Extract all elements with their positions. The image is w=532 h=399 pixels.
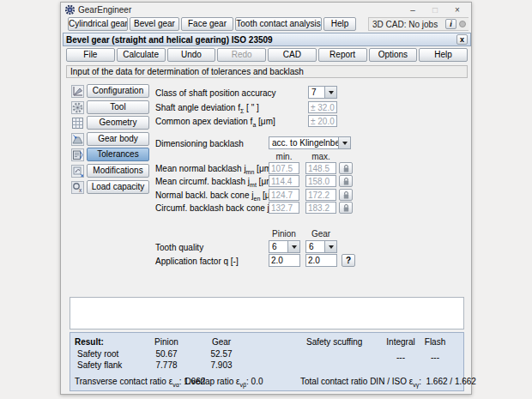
toolbar-undo-button[interactable]: Undo [167, 48, 216, 62]
window-controls: – □ × [408, 3, 468, 16]
app-window: GearEngineer – □ × Cylindrical gear Beve… [60, 2, 472, 395]
tab-bevel-gear[interactable]: Bevel gear [130, 17, 179, 31]
minimize-button[interactable]: – [408, 5, 418, 15]
help-button[interactable]: ? [342, 254, 355, 267]
load-capacity-icon: x [71, 181, 84, 194]
safety-flank-pinion-value: 7.778 [155, 360, 177, 370]
message-area [70, 297, 464, 329]
application-factor-pinion-field[interactable] [269, 254, 300, 267]
shaft-accuracy-select[interactable]: 7 [308, 86, 337, 99]
frame-title-bar: Bevel gear (straight and helical gearing… [63, 33, 471, 46]
frame-close-button[interactable]: x [456, 34, 468, 45]
close-button[interactable]: × [452, 5, 462, 15]
result-header-flash: Flash [425, 337, 445, 347]
tab-help[interactable]: Help [323, 17, 356, 31]
dropdown-arrow-icon [287, 241, 299, 252]
backlash-max-field-3 [305, 189, 336, 201]
sidebar-item-tolerances[interactable]: Tolerances [87, 148, 149, 161]
min-column-header: min. [276, 152, 293, 161]
safety-root-pinion-value: 50.67 [155, 349, 177, 359]
lock-icon [342, 203, 350, 213]
toolbar-file-button[interactable]: File [66, 48, 115, 62]
dropdown-arrow-icon [324, 87, 336, 98]
dropdown-arrow-icon [324, 241, 336, 252]
app-gear-icon [65, 5, 75, 15]
result-panel: Result: Pinion Gear Safety scuffing Inte… [70, 332, 464, 391]
dropdown-arrow-icon [338, 137, 350, 148]
dimensioning-backlash-label: Dimensioning backlash [155, 139, 244, 148]
backlash-min-field-4 [269, 202, 299, 214]
sidebar-row: Tolerances [71, 148, 149, 162]
safety-root-gear-value: 52.57 [210, 349, 232, 359]
lock-button-1[interactable] [339, 162, 353, 174]
sidebar-item-load-capacity[interactable]: Load capacity [87, 180, 149, 194]
sidebar-item-tool[interactable]: Tool [87, 100, 149, 114]
tab-tooth-contact-analysis[interactable]: Tooth contact analysis [235, 17, 322, 31]
gear-column-header: Gear [311, 229, 330, 239]
backlash-min-field-3 [269, 189, 299, 201]
sidebar-item-configuration[interactable]: Configuration [87, 84, 149, 98]
tooth-quality-gear-select[interactable]: 6 [305, 240, 337, 253]
modifications-icon [71, 165, 84, 178]
scuffing-integral-value: --- [396, 353, 405, 362]
backlash-mode-select[interactable]: acc. to Klingelnberg [269, 136, 351, 149]
tab-cylindrical-gear[interactable]: Cylindrical gear [68, 17, 128, 31]
lock-icon [342, 177, 350, 186]
lock-button-4[interactable] [339, 202, 353, 214]
toolbar-calculate-button[interactable]: Calculate [117, 48, 166, 62]
result-header-integral: Integral [386, 337, 414, 347]
backlash-row-label: Mean normal backlash jmn [μm] [155, 164, 274, 175]
total-contact-ratio: Total contact ratio DIN / ISO εvγ: 1.662… [300, 377, 476, 388]
backlash-max-field-4 [305, 202, 336, 214]
backlash-max-field-1 [305, 162, 336, 174]
toolbar-cad-button[interactable]: CAD [268, 48, 317, 62]
result-header-pinion: Pinion [154, 337, 178, 347]
tab-face-gear[interactable]: Face gear [181, 17, 233, 31]
status-led [459, 21, 466, 27]
sidebar-row: Modifications [71, 164, 149, 178]
apex-deviation-label: Common apex deviation fa [μm] [155, 117, 275, 128]
sidebar-row: Tool [71, 100, 149, 115]
toolbar: File Calculate Undo Redo CAD Report Opti… [66, 48, 468, 63]
backlash-row-label: Normal backl. back cone jen [μm] [155, 190, 280, 202]
toolbar-help-button[interactable]: Help [419, 48, 468, 62]
tool-icon [71, 101, 84, 114]
frame-title: Bevel gear (straight and helical gearing… [66, 35, 456, 45]
sidebar-item-geometry[interactable]: Geometry [87, 116, 149, 130]
shaft-angle-deviation-label: Shaft angle deviation fΣ [ " ] [155, 103, 259, 114]
max-column-header: max. [311, 152, 330, 161]
maximize-button[interactable]: □ [430, 5, 440, 15]
application-factor-label: Application factor q [-] [155, 257, 239, 266]
result-header-gear: Gear [212, 337, 231, 347]
lock-icon [342, 164, 350, 173]
safety-root-label: Safety root [77, 349, 118, 359]
application-factor-gear-field[interactable] [305, 254, 337, 267]
lock-button-3[interactable] [339, 189, 353, 201]
safety-flank-gear-value: 7.903 [210, 360, 232, 370]
info-button[interactable]: i [445, 19, 456, 29]
result-header-scuffing: Safety scuffing [306, 337, 362, 347]
sidebar-row: Configuration [71, 84, 149, 99]
tolerances-icon [71, 148, 84, 161]
overlap-ratio: Overlap ratio εvβ: 0.0 [184, 377, 263, 388]
desktop: GearEngineer – □ × Cylindrical gear Beve… [0, 0, 532, 399]
toolbar-redo-button: Redo [217, 48, 266, 62]
backlash-min-field-2 [269, 175, 299, 187]
toolbar-options-button[interactable]: Options [369, 48, 418, 62]
apex-deviation-field [308, 115, 337, 127]
sidebar-row: Geometry [71, 116, 149, 130]
scuffing-flash-value: --- [431, 353, 439, 362]
sidebar-item-modifications[interactable]: Modifications [87, 164, 149, 178]
pinion-column-header: Pinion [272, 229, 296, 239]
tooth-quality-pinion-select[interactable]: 6 [269, 240, 300, 253]
toolbar-report-button[interactable]: Report [318, 48, 367, 62]
tooth-quality-label: Tooth quality [155, 243, 203, 252]
module-tab-row: Cylindrical gear Bevel gear Face gear To… [61, 16, 471, 33]
info-bar: Input of the data for determination of t… [66, 65, 468, 78]
lock-button-2[interactable] [339, 175, 353, 187]
shaft-angle-deviation-field [308, 101, 337, 113]
shaft-accuracy-label: Class of shaft position accuracy [155, 88, 276, 98]
sidebar-row: Gear body [71, 132, 149, 147]
safety-flank-label: Safety flank [77, 360, 122, 370]
sidebar-item-gear-body[interactable]: Gear body [87, 132, 149, 146]
